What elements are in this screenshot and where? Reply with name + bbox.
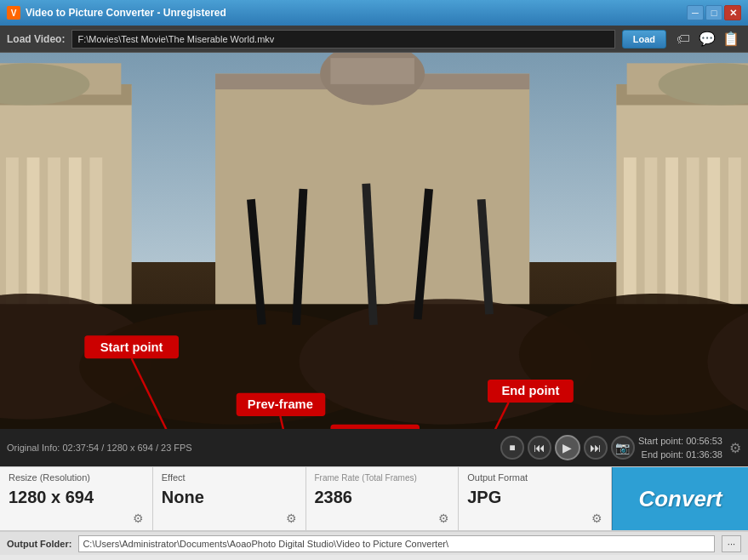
load-bar: Load Video: Load 🏷 💬 📋 [0,26,748,53]
original-info: Original Info: 02:37:54 / 1280 x 694 / 2… [7,443,497,453]
output-label: Output Folder: [7,539,71,549]
output-bar: Output Folder: ··· [0,531,748,555]
convert-button[interactable]: Convert [638,486,722,512]
svg-rect-19 [687,157,699,315]
output-format-gear-button[interactable]: ⚙ [591,511,602,525]
svg-rect-18 [665,157,678,315]
svg-text:End point: End point [501,384,559,397]
toolbar-icons: 🏷 💬 📋 [673,30,741,49]
resize-section: Resize (Resolution) 1280 x 694 ⚙ [0,467,153,530]
time-info: Start point: 00:56:53 End point: 01:36:3… [638,434,722,462]
svg-rect-17 [645,157,658,315]
rewind-button[interactable]: ⏮ [528,436,551,460]
play-button[interactable]: ▶ [555,435,580,460]
settings-gear-button[interactable]: ⚙ [729,440,741,456]
output-format-title: Output Format [467,472,602,483]
maximize-button[interactable]: □ [705,5,722,20]
output-format-value: JPG [467,488,602,506]
tag-icon-button[interactable]: 🏷 [673,30,694,49]
load-label: Load Video: [7,33,65,45]
svg-rect-29 [330,58,414,84]
playback-controls: Original Info: 02:37:54 / 1280 x 694 / 2… [0,429,748,466]
video-scene: Start point Prev-frame Next frame End po… [0,53,748,466]
convert-section[interactable]: Convert [612,467,748,530]
main-container: Load Video: Load 🏷 💬 📋 [0,26,748,560]
resize-title: Resize (Resolution) [9,472,144,483]
svg-rect-21 [728,157,741,315]
clipboard-icon-button[interactable]: 📋 [721,30,741,49]
close-button[interactable]: ✕ [724,5,741,20]
window-controls: ─ □ ✕ [687,5,741,20]
svg-rect-8 [27,157,40,315]
chat-icon-button[interactable]: 💬 [697,30,717,49]
window-title: Video to Picture Converter - Unregistere… [26,7,687,19]
output-path-input[interactable] [78,535,714,552]
framerate-title: Frame Rate (Total Frames) [315,472,450,483]
framerate-section: Frame Rate (Total Frames) 2386 ⚙ [306,467,460,530]
framerate-gear-button[interactable]: ⚙ [438,511,449,525]
app-icon: V [7,6,20,20]
end-point-time: End point: 01:36:38 [638,448,722,462]
svg-text:Prev-frame: Prev-frame [248,397,313,411]
svg-rect-11 [89,157,102,315]
effect-title: Effect [162,472,297,483]
title-bar: V Video to Picture Converter - Unregiste… [0,0,748,26]
forward-button[interactable]: ⏭ [584,436,608,460]
browse-button[interactable]: ··· [722,535,741,552]
minimize-button[interactable]: ─ [687,5,704,20]
resize-value: 1280 x 694 [9,488,144,506]
svg-text:Start point: Start point [100,340,163,354]
effect-section: Effect None ⚙ [153,467,306,530]
effect-gear-button[interactable]: ⚙ [286,511,297,525]
resize-gear-button[interactable]: ⚙ [133,511,144,525]
framerate-value: 2386 [315,488,450,506]
effect-value: None [162,488,297,506]
video-path-input[interactable] [71,30,614,49]
load-button[interactable]: Load [622,30,666,49]
svg-rect-7 [6,157,19,315]
settings-row: Resize (Resolution) 1280 x 694 ⚙ Effect … [0,467,748,531]
svg-rect-20 [707,157,720,315]
output-format-section: Output Format JPG ⚙ [459,467,612,530]
svg-rect-16 [624,157,637,315]
stop-button[interactable]: ■ [500,436,524,460]
bottom-panel: Resize (Resolution) 1280 x 694 ⚙ Effect … [0,466,748,560]
snapshot-button[interactable]: 📷 [611,436,635,460]
svg-rect-9 [48,157,60,315]
svg-rect-10 [69,157,82,315]
video-area: Start point Prev-frame Next frame End po… [0,53,748,466]
start-point-time: Start point: 00:56:53 [638,434,722,449]
